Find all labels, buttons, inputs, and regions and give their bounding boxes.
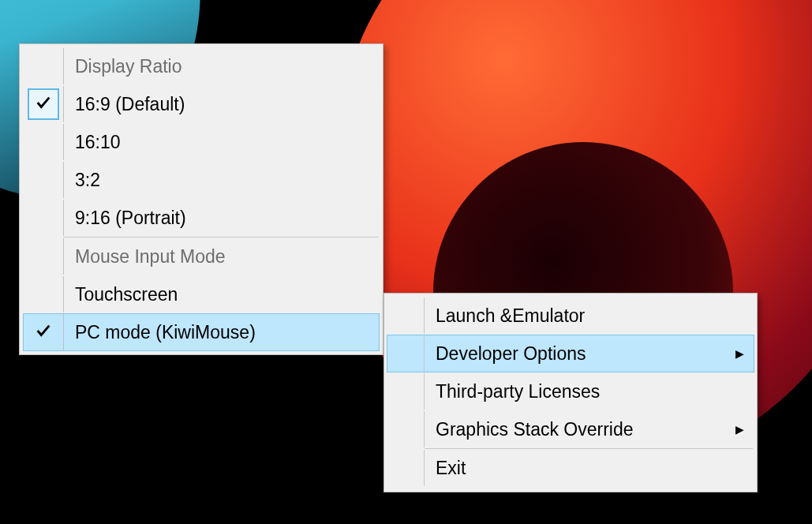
section-header-mouse-input: Mouse Input Mode xyxy=(23,238,380,275)
menu-item-ratio-16-10[interactable]: 16:10 xyxy=(23,123,380,161)
submenu-arrow-icon: ▶ xyxy=(725,347,754,360)
check-icon xyxy=(28,316,59,348)
menu-item-label: Exit xyxy=(425,458,725,479)
menu-item-third-party-licenses[interactable]: Third-party Licenses xyxy=(387,372,754,410)
menu-item-label: 3:2 xyxy=(64,170,379,191)
menu-item-launch-emulator[interactable]: Launch &Emulator xyxy=(387,297,754,335)
menu-item-ratio-3-2[interactable]: 3:2 xyxy=(23,161,380,199)
menu-item-ratio-9-16[interactable]: 9:16 (Portrait) xyxy=(23,199,380,237)
display-mouse-submenu: Display Ratio 16:9 (Default) 16:10 3:2 9… xyxy=(19,43,384,355)
submenu-arrow-icon: ▶ xyxy=(725,423,754,436)
menu-item-graphics-stack-override[interactable]: Graphics Stack Override ▶ xyxy=(387,410,754,448)
menu-item-label: 16:10 xyxy=(64,132,379,153)
menu-item-touchscreen[interactable]: Touchscreen xyxy=(23,275,380,313)
menu-item-label: Touchscreen xyxy=(64,284,379,305)
menu-item-label: Third-party Licenses xyxy=(425,381,725,402)
main-context-menu: Launch &Emulator Developer Options ▶ Thi… xyxy=(384,293,758,492)
menu-item-label: 16:9 (Default) xyxy=(64,94,379,115)
menu-item-label: Developer Options xyxy=(425,343,725,365)
section-header-label: Display Ratio xyxy=(64,56,379,77)
menu-item-label: PC mode (KiwiMouse) xyxy=(64,322,379,343)
section-header-label: Mouse Input Mode xyxy=(64,246,379,268)
menu-item-label: Graphics Stack Override xyxy=(425,419,725,440)
menu-item-developer-options[interactable]: Developer Options ▶ xyxy=(387,335,754,372)
check-icon xyxy=(28,88,59,120)
menu-item-ratio-16-9[interactable]: 16:9 (Default) xyxy=(23,85,380,123)
menu-item-label: 9:16 (Portrait) xyxy=(64,208,379,229)
menu-item-exit[interactable]: Exit xyxy=(387,449,754,487)
section-header-display-ratio: Display Ratio xyxy=(23,47,380,85)
menu-item-label: Launch &Emulator xyxy=(425,305,725,327)
menu-item-pc-mode[interactable]: PC mode (KiwiMouse) xyxy=(23,313,380,351)
